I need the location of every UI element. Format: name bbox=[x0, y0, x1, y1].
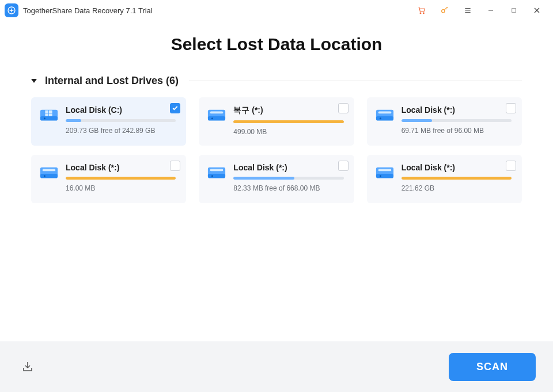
drive-grid: Local Disk (C:) 209.73 GB free of 242.89… bbox=[31, 97, 522, 203]
svg-rect-10 bbox=[45, 113, 48, 116]
drive-name: Local Disk (*:) bbox=[402, 163, 512, 172]
drive-sub: 221.62 GB bbox=[402, 184, 512, 192]
cart-icon[interactable] bbox=[410, 0, 433, 21]
drive-name: Local Disk (C:) bbox=[66, 105, 176, 115]
drive-card[interactable]: Local Disk (C:) 209.73 GB free of 242.89… bbox=[31, 97, 186, 146]
scan-button[interactable]: SCAN bbox=[449, 353, 536, 381]
disk-icon bbox=[375, 106, 395, 138]
main-content: Select Lost Data Location Internal and L… bbox=[0, 21, 553, 341]
disk-icon bbox=[39, 106, 59, 138]
usage-bar bbox=[233, 120, 343, 123]
svg-rect-17 bbox=[376, 116, 393, 121]
drive-sub: 82.33 MB free of 668.00 MB bbox=[233, 184, 343, 192]
disk-icon bbox=[207, 164, 226, 195]
disk-icon bbox=[207, 106, 226, 138]
usage-bar bbox=[233, 177, 343, 180]
svg-rect-8 bbox=[45, 111, 48, 113]
svg-point-1 bbox=[420, 13, 421, 14]
title-bar: TogetherShare Data Recovery 7.1 Trial bbox=[0, 0, 553, 21]
import-button[interactable] bbox=[17, 356, 38, 377]
svg-point-30 bbox=[380, 175, 381, 177]
drive-checkbox[interactable] bbox=[506, 161, 516, 171]
svg-rect-31 bbox=[378, 169, 391, 172]
drive-name: Local Disk (*:) bbox=[402, 105, 512, 115]
drive-name: 복구 (*:) bbox=[233, 105, 343, 116]
svg-rect-9 bbox=[49, 111, 52, 113]
minimize-button[interactable] bbox=[479, 0, 502, 21]
drive-sub: 499.00 MB bbox=[233, 128, 343, 136]
svg-rect-6 bbox=[40, 116, 58, 121]
usage-bar bbox=[66, 177, 176, 180]
drive-card[interactable]: Local Disk (*:) 69.71 MB free of 96.00 M… bbox=[367, 97, 522, 146]
drive-card[interactable]: 복구 (*:) 499.00 MB bbox=[199, 97, 354, 146]
svg-rect-15 bbox=[210, 112, 224, 114]
drive-sub: 209.73 GB free of 242.89 GB bbox=[66, 127, 176, 135]
svg-point-3 bbox=[442, 10, 445, 13]
svg-point-14 bbox=[211, 117, 213, 119]
svg-rect-11 bbox=[49, 113, 52, 116]
svg-rect-21 bbox=[40, 174, 58, 178]
close-button[interactable] bbox=[525, 0, 548, 21]
drive-card[interactable]: Local Disk (*:) 82.33 MB free of 668.00 … bbox=[199, 155, 354, 203]
usage-bar bbox=[66, 119, 176, 122]
svg-rect-19 bbox=[378, 112, 391, 114]
section-header[interactable]: Internal and Lost Drives (6) bbox=[31, 75, 522, 87]
drive-checkbox[interactable] bbox=[506, 103, 516, 113]
app-title: TogetherShare Data Recovery 7.1 Trial bbox=[23, 6, 153, 15]
section-label: Internal and Lost Drives (6) bbox=[45, 75, 179, 87]
page-title: Select Lost Data Location bbox=[31, 35, 522, 54]
footer-bar: SCAN bbox=[0, 341, 553, 392]
drive-checkbox[interactable] bbox=[170, 103, 180, 113]
drive-name: Local Disk (*:) bbox=[66, 163, 176, 172]
drive-sub: 69.71 MB free of 96.00 MB bbox=[402, 127, 512, 135]
usage-bar bbox=[402, 177, 512, 180]
svg-rect-29 bbox=[376, 174, 393, 178]
svg-point-22 bbox=[44, 175, 46, 177]
disk-icon bbox=[375, 164, 395, 195]
drive-checkbox[interactable] bbox=[338, 161, 349, 171]
svg-point-7 bbox=[44, 117, 46, 119]
collapse-triangle-icon bbox=[31, 79, 37, 83]
key-icon[interactable] bbox=[433, 0, 456, 21]
drive-card[interactable]: Local Disk (*:) 16.00 MB bbox=[31, 155, 186, 203]
drive-checkbox[interactable] bbox=[170, 161, 180, 171]
svg-point-18 bbox=[380, 117, 381, 119]
svg-point-26 bbox=[211, 175, 213, 177]
svg-rect-23 bbox=[43, 169, 56, 172]
drive-sub: 16.00 MB bbox=[66, 184, 176, 192]
drive-name: Local Disk (*:) bbox=[233, 163, 343, 172]
svg-point-2 bbox=[423, 13, 424, 14]
menu-icon[interactable] bbox=[456, 0, 479, 21]
drive-card[interactable]: Local Disk (*:) 221.62 GB bbox=[367, 155, 522, 203]
svg-rect-4 bbox=[512, 9, 516, 13]
usage-bar bbox=[402, 119, 512, 122]
maximize-button[interactable] bbox=[502, 0, 525, 21]
section-divider bbox=[189, 81, 522, 81]
app-logo-icon bbox=[5, 3, 18, 17]
drive-checkbox[interactable] bbox=[338, 103, 349, 113]
svg-rect-25 bbox=[208, 174, 225, 178]
disk-icon bbox=[39, 164, 59, 195]
svg-rect-13 bbox=[208, 116, 225, 121]
svg-rect-27 bbox=[210, 169, 224, 172]
